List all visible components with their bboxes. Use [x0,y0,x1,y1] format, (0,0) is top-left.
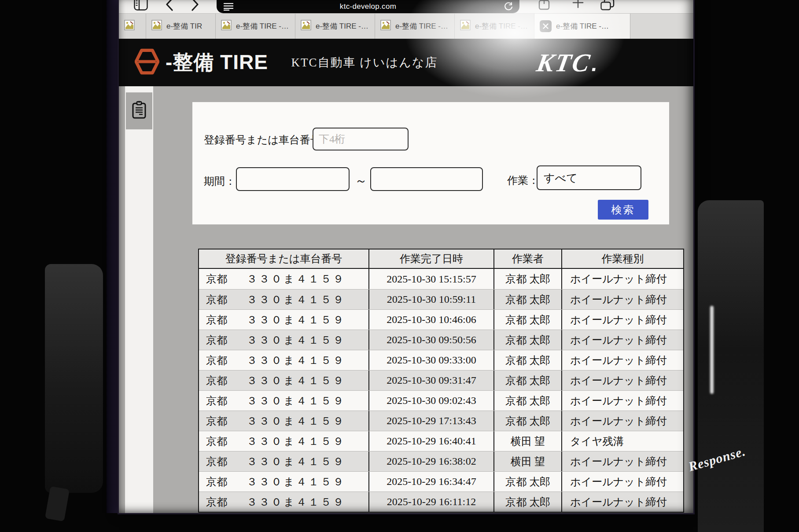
plate-region: 京都 [206,272,227,286]
cell-worker: 京都 太郎 [493,310,561,330]
table-row: 京都 ３３０ま４１５９ 2025-10-30 09:02:43 京都 太郎 ホイ… [199,390,683,411]
cell-work-type: ホイールナット締付 [561,492,683,512]
cell-completed-at: 2025-10-29 16:11:12 [368,492,493,512]
tab-overview-icon[interactable] [600,0,615,11]
cell-work-type: ホイールナット締付 [561,310,683,330]
cell-registration: 京都 ３３０ま４１５９ [199,431,368,451]
logo-text: -整備 TIRE [166,49,268,76]
table-row: 京都 ３３０ま４１５９ 2025-10-29 17:13:43 京都 太郎 ホイ… [199,411,683,431]
cell-registration: 京都 ３３０ま４１５９ [199,371,368,390]
cell-completed-at: 2025-10-29 17:13:43 [368,411,493,431]
cell-completed-at: 2025-10-29 16:34:47 [368,472,493,492]
broken-image-favicon [460,20,471,33]
tab-title: e-整備 TIRE -… [475,21,528,31]
work-type-select[interactable]: すべて [537,165,641,190]
results-table: 登録番号または車台番号 作業完了日時 作業者 作業種別 京都 ３３０ま４１５９ … [198,249,684,513]
plate-number: ３３０ま４１５９ [247,333,346,347]
cell-registration: 京都 ３３０ま４１５９ [199,411,368,431]
tablet-mount-left [45,264,103,493]
cell-registration: 京都 ３３０ま４１５９ [199,391,368,411]
cell-work-type: ホイールナット締付 [561,391,683,411]
browser-tab[interactable]: e-整備 TIR [146,14,216,39]
plate-region: 京都 [206,434,227,448]
registration-number-input[interactable] [313,128,409,150]
broken-image-favicon [151,20,162,33]
cell-work-type: タイヤ残溝 [561,431,683,451]
plate-region: 京都 [206,333,227,347]
period-to-input[interactable] [370,167,483,191]
cell-registration: 京都 ３３０ま４１５９ [199,451,368,471]
cell-completed-at: 2025-10-30 10:59:11 [368,290,493,309]
close-tab-icon[interactable] [540,20,552,32]
search-button[interactable]: 検索 [598,200,648,220]
records-clipboard-button[interactable] [126,92,152,129]
cell-registration: 京都 ３３０ま４１５９ [199,290,368,309]
cell-worker: 京都 太郎 [493,269,561,289]
broken-image-favicon [221,20,232,33]
store-name: KTC自動車 けいはんな店 [291,55,438,70]
cell-worker: 京都 太郎 [493,350,561,370]
ktc-brand-logo: KTC [534,48,599,77]
table-row: 京都 ３３０ま４１５９ 2025-10-29 16:11:12 京都 太郎 ホイ… [199,492,683,512]
period-from-input[interactable] [236,167,350,191]
plate-region: 京都 [206,293,227,307]
back-chevron-icon[interactable] [165,0,174,11]
period-label: 期間： [204,174,236,188]
cell-work-type: ホイールナット締付 [561,350,683,370]
tab-title: e-整備 TIRE -… [236,21,289,31]
plate-number: ３３０ま４１５９ [247,313,346,327]
table-row: 京都 ３３０ま４１５９ 2025-10-30 09:33:00 京都 太郎 ホイ… [199,350,683,370]
plate-number: ３３０ま４１５９ [247,293,346,307]
cell-worker: 京都 太郎 [493,492,561,512]
table-row: 京都 ３３０ま４１５９ 2025-10-30 10:59:11 京都 太郎 ホイ… [199,289,683,309]
column-header-worker: 作業者 [493,249,561,268]
address-bar-url: ktc-develop.com [217,2,519,11]
cell-worker: 横田 望 [493,451,561,471]
hexagon-e-logo-icon [135,48,159,77]
table-header-row: 登録番号または車台番号 作業完了日時 作業者 作業種別 [199,249,683,269]
cell-work-type: ホイールナット締付 [561,330,683,350]
tablet-mount-right [698,200,764,532]
cell-completed-at: 2025-10-30 10:46:06 [368,310,493,330]
browser-tab[interactable]: e-整備 TIRE -… [455,14,534,39]
plate-region: 京都 [206,374,227,388]
browser-tab[interactable]: e-整備 TIRE -… [216,14,295,39]
cell-work-type: ホイールナット締付 [561,472,683,492]
browser-tab[interactable] [119,14,146,39]
cell-registration: 京都 ３３０ま４１５９ [199,492,368,512]
plate-region: 京都 [206,455,227,469]
forward-chevron-icon[interactable] [190,0,200,11]
cell-worker: 京都 太郎 [493,371,561,390]
table-row: 京都 ３３０ま４１５９ 2025-10-29 16:38:02 横田 望 ホイー… [199,451,683,471]
share-icon[interactable] [538,0,550,11]
site-header: -整備 TIRE KTC自動車 けいはんな店 KTC [119,39,693,86]
plate-region: 京都 [206,313,227,327]
browser-tab[interactable]: e-整備 TIRE -… [534,14,630,39]
cell-worker: 京都 太郎 [493,411,561,431]
sidebar-toggle-icon[interactable] [134,0,148,11]
cell-registration: 京都 ３３０ま４１５９ [199,472,368,492]
cell-work-type: ホイールナット締付 [561,411,683,431]
plate-region: 京都 [206,353,227,367]
cell-work-type: ホイールナット締付 [561,451,683,471]
table-row: 京都 ３３０ま４１５９ 2025-10-30 15:15:57 京都 太郎 ホイ… [199,269,683,289]
plate-number: ３３０ま４１５９ [247,374,346,388]
cell-completed-at: 2025-10-30 09:02:43 [368,391,493,411]
plate-number: ３３０ま４１５９ [247,495,346,509]
broken-image-favicon [380,20,391,33]
browser-tab[interactable]: e-整備 TIRE -… [295,14,375,39]
plate-number: ３３０ま４１５９ [247,414,346,428]
cell-work-type: ホイールナット締付 [561,290,683,309]
plate-number: ３３０ま４１５９ [247,455,346,469]
reload-icon[interactable] [504,2,513,12]
left-sidebar [125,86,153,513]
page-content: 登録番号または車台番号： 期間： ～ 作業： すべて 検索 登録番号または車台番… [119,86,693,513]
new-tab-plus-icon[interactable] [572,0,584,10]
cell-completed-at: 2025-10-30 09:33:00 [368,350,493,370]
table-row: 京都 ３３０ま４１５９ 2025-10-30 10:46:06 京都 太郎 ホイ… [199,309,683,330]
plate-number: ３３０ま４１５９ [247,272,346,286]
column-header-registration: 登録番号または車台番号 [199,249,368,268]
browser-tab[interactable]: e-整備 TIRE -… [375,14,455,39]
tablet-bezel-left [107,0,119,513]
address-bar[interactable]: ktc-develop.com [217,0,519,13]
